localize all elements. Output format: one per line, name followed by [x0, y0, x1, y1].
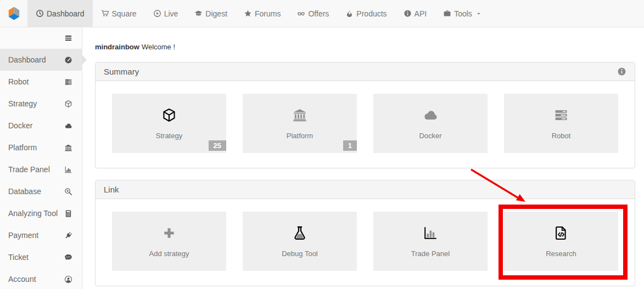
- sidebar-label: Platform: [8, 143, 37, 152]
- sidebar-item-dashboard[interactable]: Dashboard: [0, 49, 82, 71]
- nav-item-products[interactable]: Products: [337, 0, 395, 27]
- sidebar-item-analyzing-tool[interactable]: Analyzing Tool: [0, 202, 82, 224]
- glasses-icon: [297, 9, 305, 18]
- nav-label: Live: [164, 9, 178, 18]
- sidebar-toggle-button[interactable]: [0, 27, 82, 49]
- sidebar-label: Account: [8, 275, 36, 284]
- nav-item-tools[interactable]: Tools: [435, 0, 490, 27]
- welcome-message: mindrainbowWelcome !: [95, 43, 635, 52]
- user-circle-icon: [64, 275, 72, 284]
- nav-item-api[interactable]: API: [395, 0, 435, 27]
- fire-icon: [345, 9, 354, 18]
- nav-item-square[interactable]: Square: [93, 0, 145, 27]
- tile-platform[interactable]: Platform 1: [243, 94, 357, 153]
- panel-title: Summary: [104, 67, 139, 76]
- bank-icon: [64, 144, 72, 152]
- summary-panel-header: Summary: [96, 63, 635, 81]
- comment-icon: [64, 253, 72, 262]
- file-code-icon: [553, 225, 569, 241]
- sidebar-item-database[interactable]: Database: [0, 180, 82, 202]
- count-badge: 25: [209, 140, 226, 151]
- nav-label: Tools: [454, 9, 472, 18]
- nav-item-offers[interactable]: Offers: [289, 0, 337, 27]
- link-panel: Link Add strategy Debug Tool Trade Panel: [95, 180, 635, 286]
- flask-icon: [292, 225, 307, 241]
- tile-trade-panel[interactable]: Trade Panel: [373, 212, 488, 271]
- tile-robot[interactable]: Robot: [504, 94, 618, 153]
- tile-docker[interactable]: Docker: [373, 94, 488, 153]
- tile-debug-tool[interactable]: Debug Tool: [243, 212, 357, 271]
- star-icon: [244, 9, 252, 18]
- info-icon[interactable]: [617, 67, 626, 76]
- nav-item-dashboard[interactable]: Dashboard: [27, 0, 93, 27]
- sidebar-label: Analyzing Tool: [8, 209, 58, 218]
- brand-logo[interactable]: [0, 0, 27, 27]
- tasks-icon: [64, 78, 72, 86]
- sidebar-label: Strategy: [8, 99, 37, 108]
- main-content: mindrainbowWelcome ! Summary Strategy 25…: [82, 27, 644, 289]
- search-plus-icon: [64, 188, 72, 196]
- summary-panel-body: Strategy 25 Platform 1 Docker Robot: [96, 81, 635, 168]
- nav-item-digest[interactable]: Digest: [186, 0, 236, 27]
- info-circle-icon: [404, 9, 412, 18]
- panel-title: Link: [104, 185, 119, 194]
- nav-label: Square: [112, 9, 137, 18]
- sidebar-label: Robot: [8, 77, 29, 86]
- calculator-icon: [64, 209, 72, 218]
- sidebar-item-account[interactable]: Account: [0, 268, 82, 289]
- count-badge: 1: [343, 140, 357, 151]
- tile-label: Strategy: [156, 132, 182, 140]
- plug-icon: [64, 231, 72, 240]
- plus-icon: [161, 225, 177, 241]
- cloud-icon: [64, 122, 72, 130]
- nav-item-live[interactable]: Live: [145, 0, 187, 27]
- sidebar-label: Payment: [8, 231, 38, 240]
- greeting-text: Welcome !: [142, 43, 175, 51]
- tile-strategy[interactable]: Strategy 25: [112, 94, 226, 153]
- bar-chart-icon: [423, 225, 438, 241]
- sidebar-item-ticket[interactable]: Ticket: [0, 246, 82, 268]
- sidebar-item-trade-panel[interactable]: Trade Panel: [0, 158, 82, 180]
- tile-label: Research: [546, 250, 576, 258]
- tile-add-strategy[interactable]: Add strategy: [112, 212, 226, 271]
- tile-label: Platform: [287, 132, 313, 140]
- link-panel-body: Add strategy Debug Tool Trade Panel Rese…: [96, 199, 635, 286]
- tile-label: Add strategy: [149, 250, 189, 258]
- play-circle-icon: [153, 9, 161, 18]
- bar-chart-icon: [64, 166, 72, 174]
- sidebar-item-docker[interactable]: Docker: [0, 115, 82, 137]
- graduation-cap-icon: [194, 9, 203, 18]
- username-text: mindrainbow: [95, 43, 139, 51]
- tile-research[interactable]: Research: [504, 212, 618, 271]
- hamburger-icon: [64, 34, 72, 42]
- sidebar-label: Database: [8, 187, 41, 196]
- bank-icon: [292, 107, 307, 123]
- top-navbar: Dashboard Square Live Digest Forums Offe…: [0, 0, 644, 27]
- sidebar-item-strategy[interactable]: Strategy: [0, 93, 82, 115]
- nav-label: Digest: [205, 9, 227, 18]
- summary-panel: Summary Strategy 25 Platform 1 Docker: [95, 62, 635, 168]
- cube-icon: [64, 100, 72, 108]
- sidebar-item-robot[interactable]: Robot: [0, 71, 82, 93]
- app-root: Dashboard Square Live Digest Forums Offe…: [0, 0, 644, 289]
- gauge-icon: [64, 56, 72, 64]
- briefcase-icon: [443, 9, 451, 18]
- cloud-icon: [423, 107, 438, 123]
- clock-icon: [36, 9, 44, 18]
- nav-label: API: [415, 9, 427, 18]
- link-panel-header: Link: [96, 180, 635, 199]
- nav-item-forums[interactable]: Forums: [236, 0, 289, 27]
- sidebar-label: Dashboard: [8, 55, 46, 64]
- tile-label: Trade Panel: [411, 250, 450, 258]
- sidebar-label: Trade Panel: [8, 165, 50, 174]
- sidebar-item-platform[interactable]: Platform: [0, 137, 82, 158]
- tile-label: Debug Tool: [282, 250, 318, 258]
- sidebar-label: Docker: [8, 121, 32, 130]
- sidebar: Dashboard Robot Strategy Docker Platform…: [0, 27, 82, 289]
- nav-label: Dashboard: [47, 9, 85, 18]
- sidebar-label: Ticket: [8, 253, 29, 262]
- nav-label: Forums: [255, 9, 281, 18]
- sidebar-item-payment[interactable]: Payment: [0, 224, 82, 246]
- tile-label: Robot: [552, 132, 571, 140]
- tasks-icon: [553, 107, 569, 123]
